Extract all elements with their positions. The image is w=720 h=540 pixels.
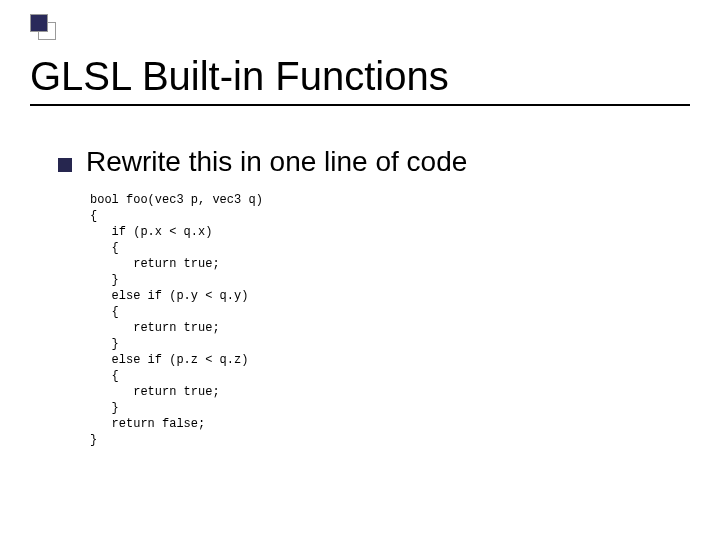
bullet-square-icon [58, 158, 72, 172]
deco-box-dark [30, 14, 48, 32]
code-block: bool foo(vec3 p, vec3 q) { if (p.x < q.x… [90, 192, 263, 448]
bullet-row: Rewrite this in one line of code [58, 146, 467, 178]
title-underline [30, 104, 690, 106]
slide-title: GLSL Built-in Functions [30, 54, 449, 99]
bullet-text: Rewrite this in one line of code [86, 146, 467, 178]
